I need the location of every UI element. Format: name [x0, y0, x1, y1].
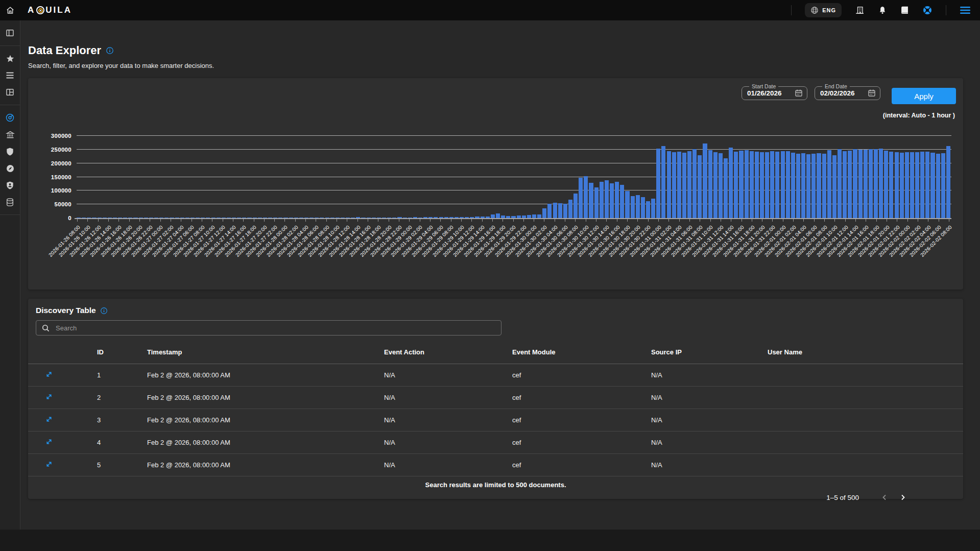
bar: [682, 153, 686, 218]
y-axis-label: 100000: [51, 187, 71, 194]
x-tick: [596, 219, 596, 222]
bar: [661, 146, 665, 218]
bar: [817, 153, 821, 218]
chevron-right-icon: [899, 493, 907, 501]
expand-row-button[interactable]: [45, 370, 53, 378]
y-axis-label: 300000: [51, 133, 71, 139]
x-tick: [409, 219, 410, 222]
database-icon: [6, 198, 14, 207]
x-tick: [98, 219, 99, 222]
event-action-cell: N/A: [375, 387, 504, 409]
x-tick: [949, 219, 949, 222]
language-selector[interactable]: ENG: [805, 3, 842, 17]
x-tick: [492, 219, 493, 222]
x-tick: [575, 219, 576, 222]
table-row: 3Feb 2 @ 2026, 08:00:00 AMN/AcefN/A: [28, 409, 963, 432]
sidebar-item-favorites[interactable]: [0, 50, 20, 67]
brand-prefix: A: [28, 5, 35, 15]
bar: [563, 204, 567, 218]
sidebar-item-dashboard[interactable]: [0, 84, 20, 101]
bar: [775, 152, 779, 218]
docs-book-icon: [900, 6, 909, 15]
sidebar-item-panel-toggle[interactable]: [0, 25, 20, 41]
discovery-table-panel: Discovery Table: [28, 299, 963, 499]
calendar-icon[interactable]: [868, 89, 876, 97]
expand-row-button[interactable]: [45, 438, 53, 446]
sidebar-item-shield[interactable]: [0, 143, 20, 160]
notifications-button[interactable]: [878, 6, 887, 15]
x-tick: [721, 219, 721, 222]
menu-button[interactable]: [960, 6, 971, 14]
table-title-text: Discovery Table: [36, 306, 96, 315]
bar: [636, 195, 640, 218]
brand-logo[interactable]: AUILA: [28, 5, 72, 15]
bar: [745, 150, 749, 218]
bar: [832, 155, 836, 218]
x-tick: [129, 219, 130, 222]
start-date-field[interactable]: Start Date 01/26/2026: [742, 83, 807, 100]
brand-suffix: UILA: [45, 5, 72, 15]
bar: [672, 152, 676, 218]
start-date-value: 01/26/2026: [747, 89, 782, 97]
end-date-field[interactable]: End Date 02/02/2026: [815, 83, 880, 100]
table-row: 1Feb 2 @ 2026, 08:00:00 AMN/AcefN/A: [28, 364, 963, 387]
bar: [750, 151, 754, 218]
x-tick: [814, 219, 815, 222]
next-page-button[interactable]: [899, 493, 907, 501]
x-tick: [606, 219, 607, 222]
bar: [946, 146, 950, 218]
bar: [941, 153, 945, 218]
x-tick: [668, 219, 669, 222]
search-input[interactable]: [55, 324, 496, 332]
user-name-cell: [759, 409, 963, 432]
info-icon[interactable]: [100, 307, 108, 315]
event-module-cell: cef: [504, 387, 642, 409]
docs-button[interactable]: [900, 6, 909, 15]
org-button[interactable]: [855, 6, 865, 15]
calendar-icon[interactable]: [795, 89, 803, 97]
topbar: AUILA ENG: [0, 0, 980, 20]
sidebar: [0, 20, 20, 530]
id-cell: 4: [88, 432, 138, 454]
sidebar-item-data-explorer-active[interactable]: [0, 109, 20, 126]
page-subtitle: Search, filter, and explore your data to…: [28, 62, 963, 69]
bar: [930, 153, 935, 218]
sidebar-item-list[interactable]: [0, 67, 20, 84]
apply-button[interactable]: Apply: [892, 88, 956, 104]
source-ip-cell: N/A: [642, 387, 759, 409]
sidebar-item-bank[interactable]: [0, 126, 20, 143]
expand-row-button[interactable]: [45, 393, 53, 401]
sidebar-item-database[interactable]: [0, 194, 20, 210]
sidebar-item-compass[interactable]: [0, 160, 20, 177]
bar: [573, 194, 578, 218]
expand-row-button[interactable]: [45, 460, 53, 468]
open-in-full-icon: [45, 438, 53, 446]
search-icon: [41, 324, 50, 332]
x-tick: [357, 219, 358, 222]
x-tick: [742, 219, 742, 222]
bar: [724, 158, 728, 218]
bar: [553, 203, 557, 218]
x-tick: [834, 219, 835, 222]
x-tick: [440, 219, 441, 222]
user-name-cell: [759, 364, 963, 387]
expand-cell: [28, 387, 88, 409]
home-button[interactable]: [0, 6, 20, 15]
bar: [568, 200, 572, 218]
info-icon[interactable]: [106, 46, 114, 55]
x-tick: [108, 219, 109, 222]
user-shield-icon: [6, 181, 14, 190]
column-header-event-module: Event Module: [504, 341, 642, 364]
support-button[interactable]: [922, 5, 933, 15]
event-module-cell: cef: [504, 432, 642, 454]
sidebar-item-user-shield[interactable]: [0, 177, 20, 194]
x-tick: [212, 219, 212, 222]
expand-row-button[interactable]: [45, 415, 53, 423]
id-cell: 2: [88, 387, 138, 409]
x-tick: [803, 219, 804, 222]
bar: [651, 199, 655, 218]
org-building-icon: [855, 6, 865, 15]
event-action-cell: N/A: [375, 432, 504, 454]
column-header-event-action: Event Action: [375, 341, 504, 364]
previous-page-button[interactable]: [880, 493, 889, 501]
